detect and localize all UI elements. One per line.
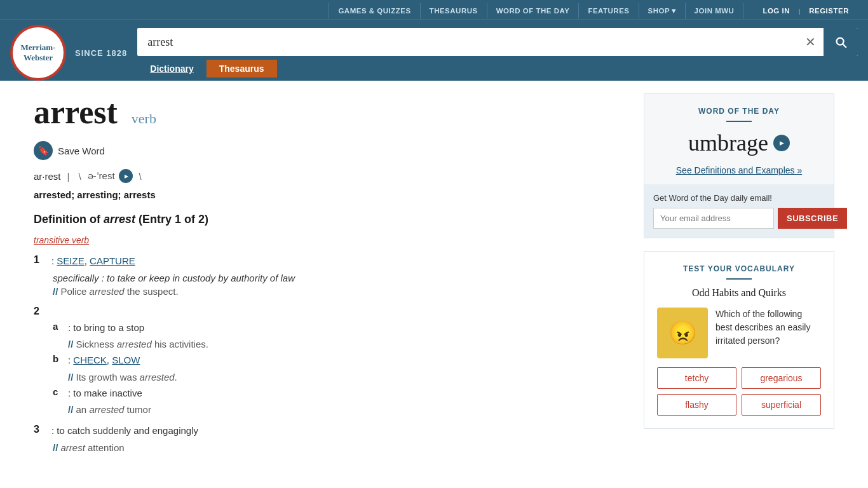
clear-search-button[interactable]: ✕	[797, 34, 824, 50]
def-sub-letter-2b: b	[53, 353, 63, 368]
vocab-divider	[726, 278, 752, 280]
def-sub-letter-2c: c	[53, 386, 63, 401]
save-word-button[interactable]: 🔖 Save Word	[34, 141, 105, 160]
main-content: arrest verb 🔖 Save Word ar·rest | \ ə-ˈr…	[21, 81, 847, 462]
nav-join[interactable]: JOIN MWU	[686, 3, 744, 18]
register-link[interactable]: REGISTER	[800, 3, 858, 18]
def-example-2c: // an arrested tumor	[68, 404, 625, 415]
subscribe-button[interactable]: SUBSCRIBE	[778, 208, 847, 229]
vocab-option-gregarious[interactable]: gregarious	[742, 367, 821, 389]
nav-wotd[interactable]: WORD OF THE DAY	[487, 3, 580, 18]
wotd-divider	[726, 121, 752, 122]
def-sub-text-2b: : CHECK, SLOW	[68, 353, 140, 368]
tab-dictionary[interactable]: Dictionary	[137, 60, 206, 78]
pronunciation-audio-button[interactable]	[119, 169, 133, 183]
sidebar: WORD OF THE DAY umbrage See Definitions …	[644, 93, 834, 462]
vocab-options: tetchy gregarious flashy superficial	[657, 367, 821, 416]
inflections: arrested; arresting; arrests	[34, 189, 625, 200]
entry-pos: verb	[132, 111, 156, 127]
logo[interactable]: Merriam-Webster	[10, 25, 66, 81]
wotd-email-section: Get Word of the Day daily email! SUBSCRI…	[644, 184, 834, 238]
def-row-3: 3 : to catch suddenly and engagingly	[34, 424, 625, 438]
def-sub-text-2c: : to make inactive	[68, 386, 142, 401]
entry-word: arrest	[34, 93, 118, 131]
def-example-2b: // Its growth was arrested.	[68, 372, 625, 383]
def-link-capture[interactable]: CAPTURE	[90, 255, 135, 266]
def-example-3: // arrest attention	[53, 442, 625, 453]
nav-thesaurus[interactable]: THESAURUS	[421, 3, 487, 18]
auth-links: LOG IN | REGISTER	[754, 3, 858, 18]
search-area: ✕ Dictionary Thesaurus	[137, 28, 858, 78]
def-link-seize[interactable]: SEIZE	[57, 255, 84, 266]
wotd-audio-button[interactable]	[773, 135, 790, 151]
search-header: Merriam-Webster SINCE 1828 ✕ Dictionary …	[0, 20, 868, 81]
def-text-3: : to catch suddenly and engagingly	[51, 424, 198, 438]
nav-features[interactable]: FEATURES	[579, 3, 639, 18]
tab-thesaurus[interactable]: Thesaurus	[207, 60, 277, 78]
def-num-1: 1	[34, 254, 46, 269]
vocab-option-superficial[interactable]: superficial	[742, 394, 821, 416]
logo-text: Merriam-Webster	[21, 43, 56, 62]
def-example-2a: // Sickness arrested his activities.	[68, 339, 625, 349]
save-word-label: Save Word	[58, 146, 105, 156]
nav-games-quizzes[interactable]: GAMES & QUIZZES	[329, 3, 420, 18]
wotd-card: WORD OF THE DAY umbrage See Definitions …	[644, 93, 834, 238]
def-row-2: 2	[34, 306, 625, 317]
logo-area: Merriam-Webster SINCE 1828	[10, 25, 127, 81]
login-link[interactable]: LOG IN	[754, 3, 799, 18]
def-link-slow[interactable]: SLOW	[112, 355, 140, 365]
wotd-email-input[interactable]	[653, 208, 774, 229]
def-text-1: : SEIZE, CAPTURE	[51, 254, 135, 269]
vocab-title: TEST YOUR VOCABULARY	[657, 264, 821, 273]
wotd-word: umbrage	[657, 130, 821, 156]
def-sub-row-2c: c : to make inactive	[53, 386, 625, 401]
search-bar: ✕	[137, 28, 858, 56]
search-icon	[834, 35, 848, 49]
entry-content: arrest verb 🔖 Save Word ar·rest | \ ə-ˈr…	[34, 93, 625, 462]
wotd-see-definitions-link[interactable]: See Definitions and Examples »	[657, 165, 821, 175]
pronunciation: ar·rest | \ ə-ˈrest \	[34, 169, 625, 183]
wotd-title: WORD OF THE DAY	[657, 107, 821, 116]
pos-label[interactable]: transitive verb	[34, 235, 625, 245]
def-link-check[interactable]: CHECK	[73, 355, 107, 365]
vocab-image: 😠	[657, 308, 708, 358]
def-sub-row-2b: b : CHECK, SLOW	[53, 353, 625, 368]
pronunciation-syllables: ar·rest	[34, 171, 61, 182]
vocab-image-row: 😠 Which of the following best describes …	[657, 308, 821, 358]
def-specifically-1: specifically : to take or keep in custod…	[53, 273, 625, 283]
vocab-subtitle: Odd Habits and Quirks	[657, 287, 821, 299]
definition-header: Definition of arrest (Entry 1 of 2)	[34, 213, 625, 226]
def-num-2: 2	[34, 306, 46, 317]
wotd-email-label: Get Word of the Day daily email!	[653, 193, 825, 203]
pronunciation-ipa: ə-ˈrest	[88, 170, 115, 182]
header: GAMES & QUIZZES THESAURUS WORD OF THE DA…	[0, 0, 868, 81]
def-sub-letter-2a: a	[53, 321, 63, 336]
bookmark-icon: 🔖	[34, 141, 53, 160]
nav-shop[interactable]: SHOP ▾	[639, 3, 686, 19]
def-entry-3: 3 : to catch suddenly and engagingly // …	[34, 424, 625, 453]
def-num-3: 3	[34, 424, 46, 438]
word-title-row: arrest verb	[34, 93, 625, 131]
vocab-option-tetchy[interactable]: tetchy	[657, 367, 736, 389]
wotd-email-row: SUBSCRIBE	[653, 208, 825, 229]
top-nav: GAMES & QUIZZES THESAURUS WORD OF THE DA…	[0, 0, 868, 20]
search-tabs: Dictionary Thesaurus	[137, 60, 858, 78]
search-input[interactable]	[137, 36, 797, 49]
def-entry-2: 2 a : to bring to a stop // Sickness arr…	[34, 306, 625, 416]
def-sub-text-2a: : to bring to a stop	[68, 321, 144, 336]
def-example-1: // Police arrested the suspect.	[53, 286, 625, 297]
vocab-question: Which of the following best describes an…	[715, 308, 821, 358]
search-button[interactable]	[824, 28, 858, 56]
def-row-1: 1 : SEIZE, CAPTURE	[34, 254, 625, 269]
vocab-option-flashy[interactable]: flashy	[657, 394, 736, 416]
vocab-card: TEST YOUR VOCABULARY Odd Habits and Quir…	[644, 251, 834, 429]
def-entry-1: 1 : SEIZE, CAPTURE specifically : to tak…	[34, 254, 625, 297]
since-text: SINCE 1828	[75, 48, 127, 58]
def-sub-row-2a: a : to bring to a stop	[53, 321, 625, 336]
